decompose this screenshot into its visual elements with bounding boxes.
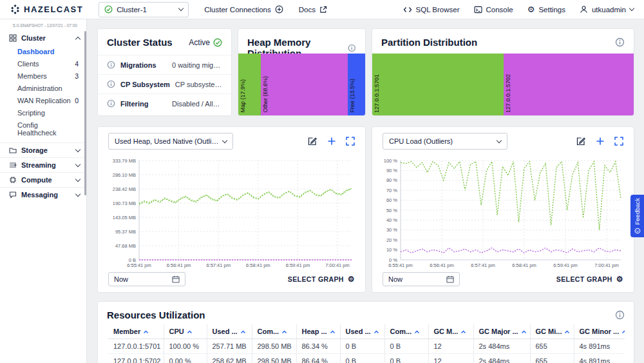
chevron-down-icon — [75, 146, 80, 152]
username-label: utkuadmin — [592, 6, 626, 14]
sort-caret-icon[interactable] — [564, 330, 570, 334]
column-header-3[interactable]: Com... — [252, 324, 296, 339]
select-graph-button[interactable]: SELECT GRAPH ⚙ — [288, 275, 355, 283]
column-header-4[interactable]: Heap ... — [296, 324, 340, 339]
sort-caret-icon[interactable] — [414, 330, 420, 334]
console-button[interactable]: Console — [474, 6, 513, 14]
console-icon — [474, 6, 482, 14]
column-header-6[interactable]: Com... — [384, 324, 428, 339]
column-header-9[interactable]: GC Mi... — [530, 324, 574, 339]
distribution-segment[interactable]: 127.0.0.1:5702 — [504, 54, 634, 115]
sort-caret-icon[interactable] — [240, 330, 246, 334]
column-header-7[interactable]: GC M... — [428, 324, 473, 339]
edit-icon[interactable] — [576, 136, 586, 146]
info-icon[interactable] — [615, 37, 625, 47]
svg-text:286.10 MB: 286.10 MB — [113, 172, 136, 178]
segment-label: 127.0.0.1:5701 — [374, 74, 380, 113]
sidebar-item-administration[interactable]: Administration — [0, 82, 86, 94]
settings-button[interactable]: ⚙ Settings — [527, 5, 565, 14]
sidebar-item-badge: 3 — [75, 72, 79, 80]
sidebar-scrollbar[interactable] — [84, 31, 86, 195]
feedback-tab[interactable]: Feedback — [630, 195, 644, 237]
time-range-input[interactable]: Now — [383, 272, 460, 286]
column-header-2[interactable]: Used ... — [207, 324, 252, 339]
sort-caret-icon[interactable] — [374, 330, 379, 334]
cluster-connections-label: Cluster Connections — [204, 6, 271, 14]
sidebar-item-wan-replication[interactable]: WAN Replication0 — [0, 94, 86, 106]
sidebar-item-members[interactable]: Members3 — [0, 70, 86, 82]
sidebar-section-storage[interactable]: Storage — [0, 142, 86, 157]
chevron-down-icon — [222, 137, 227, 142]
section-label: Compute — [21, 176, 71, 184]
fullscreen-icon[interactable] — [614, 137, 623, 146]
table-row: 127.0.0.1:57020.00 %258.62 MB298.50 MB86… — [108, 354, 625, 363]
svg-text:6:55:41 pm: 6:55:41 pm — [127, 262, 151, 268]
user-menu[interactable]: utkuadmin — [580, 5, 634, 14]
select-graph-button[interactable]: SELECT GRAPH ⚙ — [556, 275, 623, 283]
fullscreen-icon[interactable] — [346, 137, 355, 146]
svg-text:6:57:41 pm: 6:57:41 pm — [206, 262, 231, 268]
distribution-segment[interactable]: 127.0.0.1:5701 — [372, 54, 504, 115]
sidebar-item-label: Config Healthcheck — [17, 121, 79, 137]
sort-caret-icon[interactable] — [460, 330, 466, 334]
sort-caret-icon[interactable] — [281, 330, 287, 334]
add-graph-icon[interactable] — [596, 137, 605, 146]
column-header-1[interactable]: CPU — [164, 324, 207, 339]
svg-text:20 %: 20 % — [386, 237, 397, 243]
info-icon[interactable] — [107, 99, 115, 108]
calendar-icon — [446, 275, 454, 283]
column-header-10[interactable]: GC Minor ... — [574, 324, 625, 339]
sidebar-item-badge: 0 — [75, 97, 79, 104]
sort-caret-icon[interactable] — [521, 330, 527, 334]
sidebar-item-config-healthcheck[interactable]: Config Healthcheck — [0, 119, 86, 139]
status-label: CP Subsystem — [120, 81, 170, 88]
cpu-load-chart[interactable]: 100 %90 %80 %70 %60 %50 %40 %30 %20 %10 … — [377, 155, 630, 270]
sidebar-item-label: Clients — [17, 60, 75, 68]
sort-caret-icon[interactable] — [187, 330, 193, 334]
svg-text:47.68 MB: 47.68 MB — [115, 243, 136, 249]
distribution-segment[interactable]: Map (17.9%) — [238, 54, 261, 115]
resources-utilization-card: Resources Utilization MemberCPUUsed ...C… — [97, 301, 634, 363]
used-heap-chart[interactable]: 333.79 MB286.10 MB238.42 MB190.73 MB143.… — [103, 155, 361, 270]
sidebar-item-clients[interactable]: Clients4 — [0, 57, 86, 70]
edit-icon[interactable] — [307, 136, 317, 146]
cluster-selector[interactable]: Cluster-1 — [99, 2, 189, 17]
cluster-status-rows: Migrations 0 waiting migrations CP Subsy… — [98, 55, 231, 115]
sort-caret-icon[interactable] — [330, 330, 336, 334]
partition-distribution-card: Partition Distribution 127.0.0.1:5701127… — [372, 28, 634, 116]
settings-label: Settings — [538, 6, 565, 14]
info-icon[interactable] — [615, 310, 625, 320]
docs-link[interactable]: Docs — [299, 6, 327, 14]
distribution-segment[interactable]: Free (13.5%) — [348, 54, 365, 115]
column-header-0[interactable]: Member — [108, 324, 164, 339]
graph-type-select[interactable]: Used Heap, Used Native (Outliers) — [108, 133, 233, 150]
table-cell: 127.0.0.1:5702 — [108, 354, 164, 363]
time-range-input[interactable]: Now — [108, 272, 185, 286]
sidebar-section-compute[interactable]: Compute — [0, 172, 86, 187]
distribution-segment[interactable]: Other (68.6%) — [261, 54, 348, 115]
sort-caret-icon[interactable] — [621, 330, 625, 334]
app-logo[interactable]: HAZELCAST — [10, 5, 83, 14]
svg-text:6:55:41 pm: 6:55:41 pm — [388, 262, 413, 268]
column-header-5[interactable]: Used ... — [340, 324, 384, 339]
sort-caret-icon[interactable] — [143, 330, 149, 334]
info-icon[interactable] — [107, 80, 115, 88]
segment-label: Free (13.5%) — [349, 79, 355, 113]
graph-type-select[interactable]: CPU Load (Outliers) — [383, 133, 507, 150]
sidebar-item-dashboard[interactable]: Dashboard — [0, 45, 86, 57]
table-cell: 257.71 MB — [207, 339, 252, 354]
sql-browser-button[interactable]: SQL Browser — [403, 6, 460, 14]
sidebar-section-messaging[interactable]: Messaging — [0, 187, 86, 202]
sidebar-section-streaming[interactable]: Streaming — [0, 157, 86, 172]
svg-text:95.37 MB: 95.37 MB — [115, 229, 136, 235]
cluster-healthy-icon — [104, 5, 113, 14]
cluster-connections-link[interactable]: Cluster Connections — [204, 5, 283, 14]
cpu-chart-card: CPU Load (Outliers) 100 %90 %80 %70 %60 … — [372, 126, 634, 293]
sidebar-section-cluster[interactable]: Cluster — [0, 31, 86, 45]
sidebar-item-scripting[interactable]: Scripting — [0, 106, 86, 119]
column-header-8[interactable]: GC Major ... — [473, 324, 530, 339]
chevron-up-icon — [75, 36, 80, 41]
add-graph-icon[interactable] — [327, 137, 336, 146]
info-icon[interactable] — [348, 43, 356, 53]
info-icon[interactable] — [107, 61, 115, 69]
